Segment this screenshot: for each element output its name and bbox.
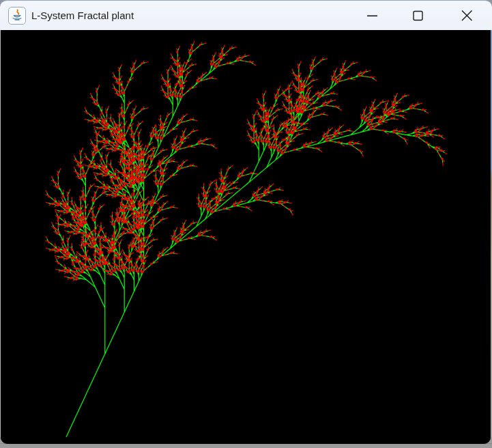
maximize-button[interactable] [402,1,433,31]
screen: L-System Fractal plant [0,0,492,448]
minimize-icon [356,1,388,31]
fractal-plant-canvas [1,30,491,444]
close-icon [451,1,482,31]
close-button[interactable] [451,1,482,31]
window-title: L-System Fractal plant [31,1,134,31]
minimize-button[interactable] [356,1,388,31]
caption-buttons [356,1,482,31]
titlebar[interactable]: L-System Fractal plant [0,0,492,30]
fractal-canvas-area [1,30,491,444]
java-coffee-cup-icon[interactable] [8,7,26,25]
maximize-icon [402,1,433,31]
